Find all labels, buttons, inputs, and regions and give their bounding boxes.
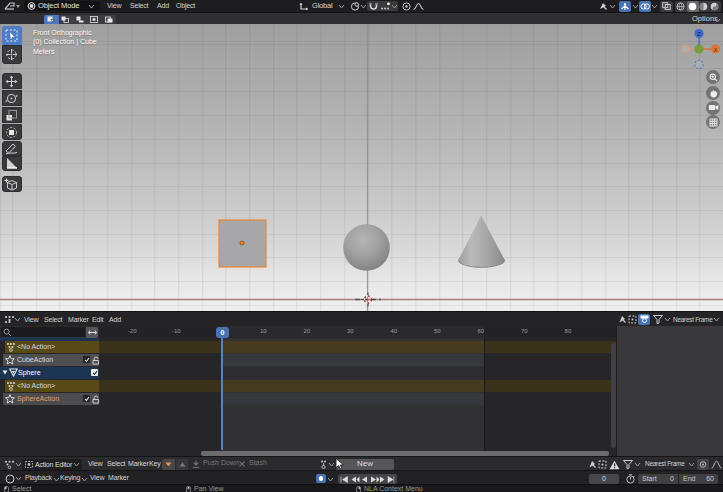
svg-text:Z: Z [697,31,701,37]
svg-text:X: X [714,47,718,53]
